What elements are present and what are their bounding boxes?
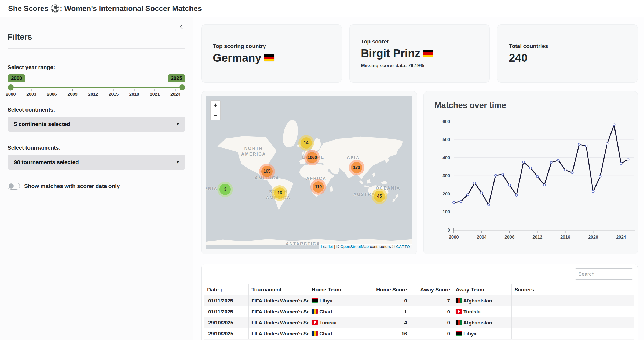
leaflet-link[interactable]: Leaflet bbox=[321, 244, 333, 249]
team-name: Afghanistan bbox=[462, 298, 492, 304]
home-score-cell: 4 bbox=[367, 317, 410, 328]
column-header-date[interactable]: Date ↓ bbox=[204, 284, 249, 295]
af-flag-icon bbox=[456, 320, 462, 325]
table-row: 29/10/2025FIFA Unites Women's Series Tun… bbox=[204, 317, 634, 328]
sidebar-collapse-button[interactable] bbox=[179, 24, 184, 31]
home-score-cell: 1 bbox=[367, 306, 410, 317]
x-axis-tick-label: 2020 bbox=[588, 235, 598, 240]
chevron-left-icon bbox=[179, 24, 184, 30]
x-axis-tick-label: 2012 bbox=[532, 235, 542, 240]
tournaments-select-value: 98 tournaments selected bbox=[14, 159, 79, 165]
chart-data-point bbox=[453, 201, 455, 204]
chart-data-point bbox=[571, 172, 573, 174]
tick-mark-icon bbox=[93, 89, 93, 91]
team-name: Tunisia bbox=[318, 320, 336, 326]
chart-data-point bbox=[481, 192, 483, 194]
team-name: Libya bbox=[462, 331, 477, 337]
slider-track[interactable] bbox=[11, 87, 182, 88]
chart-data-point bbox=[543, 184, 546, 186]
tick-label: 2015 bbox=[109, 92, 119, 97]
team-name: Chad bbox=[318, 309, 332, 315]
scorers-cell bbox=[512, 328, 634, 339]
y-axis-tick-label: 0 bbox=[448, 228, 450, 233]
map-cluster-marker[interactable]: 165 bbox=[259, 164, 275, 179]
chart-data-point bbox=[508, 184, 511, 186]
ly-flag-icon bbox=[456, 331, 462, 336]
chart-line bbox=[454, 125, 628, 205]
continents-select[interactable]: 5 continents selected ▾ bbox=[8, 117, 185, 132]
scorer-data-toggle[interactable] bbox=[8, 183, 20, 190]
map-cluster-marker[interactable]: 45 bbox=[372, 189, 387, 204]
matches-table: Date ↓TournamentHome TeamHome ScoreAway … bbox=[204, 284, 634, 339]
cluster-count: 165 bbox=[264, 169, 270, 174]
year-range-slider[interactable]: 2000 2025 200020032006200920122015201820… bbox=[11, 74, 182, 99]
home-team-cell: Tunisia bbox=[309, 317, 367, 328]
match-date-cell: 01/11/2025 bbox=[204, 306, 249, 317]
tournament-cell: FIFA Unites Women's Series bbox=[249, 295, 309, 306]
column-label: Home Score bbox=[376, 287, 407, 293]
map-viewport[interactable]: NORTH AMERICAEUROPEASIAAFRICAAMERICASOUT… bbox=[206, 96, 412, 249]
home-score-cell: 16 bbox=[367, 328, 410, 339]
y-axis-tick-label: 300 bbox=[442, 173, 450, 178]
tournament-cell: FIFA Unites Women's Series bbox=[249, 328, 309, 339]
cluster-circle: 14 bbox=[301, 137, 312, 149]
chart-data-point bbox=[599, 176, 601, 178]
filters-sidebar: Filters Select year range: 2000 2025 200… bbox=[0, 17, 193, 340]
year-tick: 2021 bbox=[150, 89, 160, 97]
map-cluster-marker[interactable]: 1060 bbox=[304, 150, 320, 165]
map-cluster-marker[interactable]: 3 bbox=[217, 182, 233, 197]
column-header-home-team[interactable]: Home Team bbox=[309, 284, 367, 295]
scorers-cell bbox=[512, 306, 634, 317]
continents-select-value: 5 continents selected bbox=[14, 121, 70, 127]
af-flag-icon bbox=[456, 298, 462, 303]
tournaments-select[interactable]: 98 tournaments selected ▾ bbox=[8, 155, 185, 170]
tick-mark-icon bbox=[52, 89, 52, 91]
tick-label: 2024 bbox=[170, 92, 180, 97]
year-tick: 2003 bbox=[26, 89, 36, 97]
tick-label: 2012 bbox=[88, 92, 98, 97]
x-axis-tick-label: 2000 bbox=[449, 235, 459, 240]
chevron-down-icon: ▾ bbox=[177, 159, 179, 165]
year-tick: 2000 bbox=[6, 89, 16, 97]
zoom-out-button[interactable]: − bbox=[211, 110, 220, 120]
team-name: Chad bbox=[318, 331, 332, 337]
column-label: Home Team bbox=[312, 287, 341, 293]
map-cluster-marker[interactable]: 110 bbox=[310, 179, 326, 195]
column-header-away-team[interactable]: Away Team bbox=[453, 284, 511, 295]
search-input[interactable] bbox=[575, 268, 633, 280]
cluster-circle: 1060 bbox=[306, 152, 318, 163]
openstreetmap-link[interactable]: OpenStreetMap bbox=[340, 244, 369, 249]
team-name: Tunisia bbox=[462, 309, 481, 315]
chart-data-point bbox=[474, 182, 476, 184]
tick-mark-icon bbox=[134, 89, 134, 91]
column-header-scorers[interactable]: Scorers bbox=[512, 284, 634, 295]
table-row: 29/10/2025FIFA Unites Women's Series Cha… bbox=[204, 328, 634, 339]
column-label: Tournament bbox=[251, 287, 281, 293]
attribution-text: | © bbox=[333, 244, 340, 249]
column-header-away-score[interactable]: Away Score bbox=[410, 284, 453, 295]
tick-label: 2018 bbox=[129, 92, 139, 97]
chart-data-point bbox=[585, 145, 587, 147]
map-cluster-marker[interactable]: 16 bbox=[272, 185, 287, 201]
card-label: Top scoring country bbox=[213, 43, 330, 49]
top-scoring-country-card: Top scoring country Germany bbox=[201, 24, 342, 83]
y-axis-tick-label: 200 bbox=[442, 191, 450, 197]
scorers-cell bbox=[512, 317, 634, 328]
world-map bbox=[206, 96, 412, 249]
table-header-row: Date ↓TournamentHome TeamHome ScoreAway … bbox=[204, 284, 634, 295]
card-value: 240 bbox=[509, 51, 527, 64]
away-team-cell: Afghanistan bbox=[453, 295, 511, 306]
zoom-in-button[interactable]: + bbox=[211, 101, 220, 110]
column-label: Away Score bbox=[420, 287, 450, 293]
chart-data-point bbox=[578, 143, 580, 145]
column-header-tournament[interactable]: Tournament bbox=[249, 284, 309, 295]
map-cluster-marker[interactable]: 14 bbox=[298, 135, 314, 151]
carto-link[interactable]: CARTO bbox=[396, 244, 410, 249]
chart-data-point bbox=[529, 167, 532, 169]
map-region-label: OCEANIA bbox=[206, 186, 218, 192]
map-cluster-marker[interactable]: 172 bbox=[349, 160, 364, 175]
x-axis-tick-label: 2004 bbox=[477, 235, 487, 240]
cluster-count: 3 bbox=[224, 187, 226, 192]
matches-table-card: Date ↓TournamentHome TeamHome ScoreAway … bbox=[201, 264, 638, 340]
column-header-home-score[interactable]: Home Score bbox=[367, 284, 410, 295]
